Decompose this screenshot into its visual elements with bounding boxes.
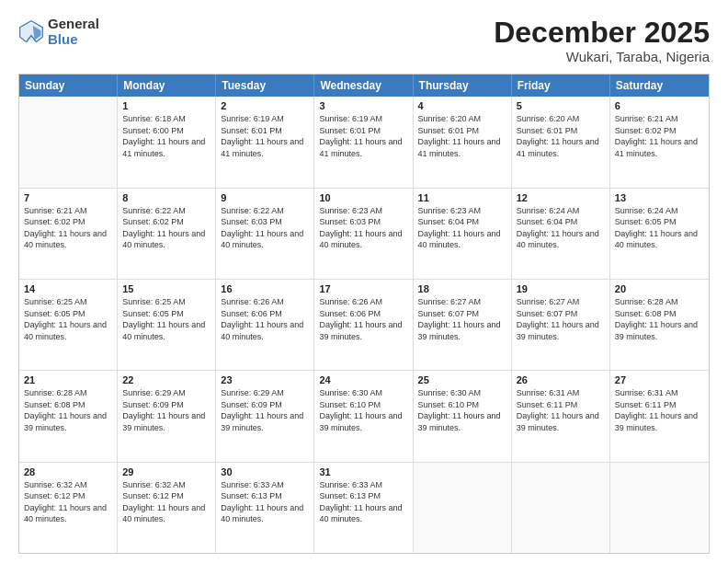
logo-text: General Blue [48, 17, 99, 47]
calendar-cell: 31Sunrise: 6:33 AM Sunset: 6:13 PM Dayli… [314, 463, 413, 553]
cell-info: Sunrise: 6:20 AM Sunset: 6:01 PM Dayligh… [418, 113, 506, 159]
cell-date: 3 [319, 100, 407, 111]
logo-general-text: General [48, 17, 99, 32]
cell-date: 10 [319, 192, 407, 203]
cell-date: 12 [517, 192, 605, 203]
header-thursday: Thursday [414, 75, 512, 97]
calendar-cell: 14Sunrise: 6:25 AM Sunset: 6:05 PM Dayli… [19, 280, 118, 370]
title-month: December 2025 [494, 17, 710, 49]
calendar-row-3: 14Sunrise: 6:25 AM Sunset: 6:05 PM Dayli… [19, 280, 709, 371]
calendar-cell: 18Sunrise: 6:27 AM Sunset: 6:07 PM Dayli… [414, 280, 512, 370]
cell-date: 15 [122, 283, 210, 294]
cell-date: 16 [221, 283, 309, 294]
calendar-row-1: 1Sunrise: 6:18 AM Sunset: 6:00 PM Daylig… [19, 97, 709, 188]
calendar-cell: 20Sunrise: 6:28 AM Sunset: 6:08 PM Dayli… [610, 280, 709, 370]
calendar: Sunday Monday Tuesday Wednesday Thursday… [18, 74, 710, 554]
cell-date: 8 [122, 192, 210, 203]
calendar-cell: 7Sunrise: 6:21 AM Sunset: 6:02 PM Daylig… [19, 189, 118, 279]
cell-date: 23 [221, 374, 309, 385]
cell-info: Sunrise: 6:21 AM Sunset: 6:02 PM Dayligh… [24, 205, 112, 251]
cell-info: Sunrise: 6:22 AM Sunset: 6:02 PM Dayligh… [122, 205, 210, 251]
cell-info: Sunrise: 6:30 AM Sunset: 6:10 PM Dayligh… [319, 387, 407, 433]
cell-info: Sunrise: 6:19 AM Sunset: 6:01 PM Dayligh… [319, 113, 407, 159]
page: General Blue December 2025 Wukari, Tarab… [0, 0, 728, 563]
cell-info: Sunrise: 6:33 AM Sunset: 6:13 PM Dayligh… [319, 479, 407, 525]
calendar-cell: 10Sunrise: 6:23 AM Sunset: 6:03 PM Dayli… [314, 189, 413, 279]
cell-info: Sunrise: 6:18 AM Sunset: 6:00 PM Dayligh… [122, 113, 210, 159]
header-sunday: Sunday [19, 75, 118, 97]
header-wednesday: Wednesday [314, 75, 413, 97]
calendar-cell: 24Sunrise: 6:30 AM Sunset: 6:10 PM Dayli… [314, 371, 413, 461]
calendar-cell: 3Sunrise: 6:19 AM Sunset: 6:01 PM Daylig… [314, 97, 413, 187]
header-monday: Monday [118, 75, 216, 97]
cell-info: Sunrise: 6:32 AM Sunset: 6:12 PM Dayligh… [24, 479, 112, 525]
cell-date: 24 [319, 374, 407, 385]
cell-info: Sunrise: 6:19 AM Sunset: 6:01 PM Dayligh… [221, 113, 309, 159]
cell-info: Sunrise: 6:25 AM Sunset: 6:05 PM Dayligh… [24, 296, 112, 342]
logo: General Blue [18, 17, 99, 47]
cell-info: Sunrise: 6:26 AM Sunset: 6:06 PM Dayligh… [221, 296, 309, 342]
cell-date: 6 [615, 100, 704, 111]
cell-info: Sunrise: 6:21 AM Sunset: 6:02 PM Dayligh… [615, 113, 704, 159]
cell-date: 19 [517, 283, 605, 294]
calendar-cell: 15Sunrise: 6:25 AM Sunset: 6:05 PM Dayli… [118, 280, 216, 370]
cell-info: Sunrise: 6:27 AM Sunset: 6:07 PM Dayligh… [418, 296, 506, 342]
calendar-cell: 11Sunrise: 6:23 AM Sunset: 6:04 PM Dayli… [414, 189, 512, 279]
calendar-cell [512, 463, 610, 553]
calendar-cell: 30Sunrise: 6:33 AM Sunset: 6:13 PM Dayli… [216, 463, 314, 553]
calendar-cell: 2Sunrise: 6:19 AM Sunset: 6:01 PM Daylig… [216, 97, 314, 187]
cell-info: Sunrise: 6:31 AM Sunset: 6:11 PM Dayligh… [517, 387, 605, 433]
calendar-cell: 5Sunrise: 6:20 AM Sunset: 6:01 PM Daylig… [512, 97, 610, 187]
cell-info: Sunrise: 6:29 AM Sunset: 6:09 PM Dayligh… [221, 387, 309, 433]
cell-date: 4 [418, 100, 506, 111]
cell-info: Sunrise: 6:29 AM Sunset: 6:09 PM Dayligh… [122, 387, 210, 433]
calendar-cell: 25Sunrise: 6:30 AM Sunset: 6:10 PM Dayli… [414, 371, 512, 461]
calendar-cell [19, 97, 118, 187]
cell-date: 30 [221, 466, 309, 477]
cell-info: Sunrise: 6:32 AM Sunset: 6:12 PM Dayligh… [122, 479, 210, 525]
calendar-cell [414, 463, 512, 553]
calendar-body: 1Sunrise: 6:18 AM Sunset: 6:00 PM Daylig… [19, 97, 709, 553]
cell-date: 7 [24, 192, 112, 203]
calendar-cell [610, 463, 709, 553]
cell-info: Sunrise: 6:31 AM Sunset: 6:11 PM Dayligh… [615, 387, 704, 433]
header-tuesday: Tuesday [216, 75, 314, 97]
calendar-cell: 6Sunrise: 6:21 AM Sunset: 6:02 PM Daylig… [610, 97, 709, 187]
cell-info: Sunrise: 6:22 AM Sunset: 6:03 PM Dayligh… [221, 205, 309, 251]
cell-info: Sunrise: 6:26 AM Sunset: 6:06 PM Dayligh… [319, 296, 407, 342]
cell-info: Sunrise: 6:33 AM Sunset: 6:13 PM Dayligh… [221, 479, 309, 525]
calendar-row-2: 7Sunrise: 6:21 AM Sunset: 6:02 PM Daylig… [19, 189, 709, 280]
calendar-cell: 4Sunrise: 6:20 AM Sunset: 6:01 PM Daylig… [414, 97, 512, 187]
calendar-cell: 22Sunrise: 6:29 AM Sunset: 6:09 PM Dayli… [118, 371, 216, 461]
header-saturday: Saturday [610, 75, 709, 97]
logo-blue-text: Blue [48, 32, 99, 48]
cell-date: 18 [418, 283, 506, 294]
cell-date: 14 [24, 283, 112, 294]
cell-date: 2 [221, 100, 309, 111]
cell-date: 26 [517, 374, 605, 385]
cell-date: 20 [615, 283, 704, 294]
cell-info: Sunrise: 6:24 AM Sunset: 6:04 PM Dayligh… [517, 205, 605, 251]
cell-date: 21 [24, 374, 112, 385]
cell-info: Sunrise: 6:27 AM Sunset: 6:07 PM Dayligh… [517, 296, 605, 342]
calendar-cell: 26Sunrise: 6:31 AM Sunset: 6:11 PM Dayli… [512, 371, 610, 461]
cell-date: 5 [517, 100, 605, 111]
calendar-cell: 23Sunrise: 6:29 AM Sunset: 6:09 PM Dayli… [216, 371, 314, 461]
calendar-cell: 28Sunrise: 6:32 AM Sunset: 6:12 PM Dayli… [19, 463, 118, 553]
cell-date: 28 [24, 466, 112, 477]
cell-info: Sunrise: 6:24 AM Sunset: 6:05 PM Dayligh… [615, 205, 704, 251]
calendar-cell: 27Sunrise: 6:31 AM Sunset: 6:11 PM Dayli… [610, 371, 709, 461]
calendar-row-5: 28Sunrise: 6:32 AM Sunset: 6:12 PM Dayli… [19, 463, 709, 553]
calendar-cell: 16Sunrise: 6:26 AM Sunset: 6:06 PM Dayli… [216, 280, 314, 370]
title-location: Wukari, Taraba, Nigeria [494, 49, 710, 64]
calendar-row-4: 21Sunrise: 6:28 AM Sunset: 6:08 PM Dayli… [19, 371, 709, 462]
calendar-cell: 1Sunrise: 6:18 AM Sunset: 6:00 PM Daylig… [118, 97, 216, 187]
cell-date: 25 [418, 374, 506, 385]
header-friday: Friday [512, 75, 610, 97]
cell-info: Sunrise: 6:20 AM Sunset: 6:01 PM Dayligh… [517, 113, 605, 159]
cell-date: 17 [319, 283, 407, 294]
cell-date: 1 [122, 100, 210, 111]
cell-info: Sunrise: 6:28 AM Sunset: 6:08 PM Dayligh… [24, 387, 112, 433]
header: General Blue December 2025 Wukari, Tarab… [18, 17, 710, 64]
calendar-cell: 8Sunrise: 6:22 AM Sunset: 6:02 PM Daylig… [118, 189, 216, 279]
